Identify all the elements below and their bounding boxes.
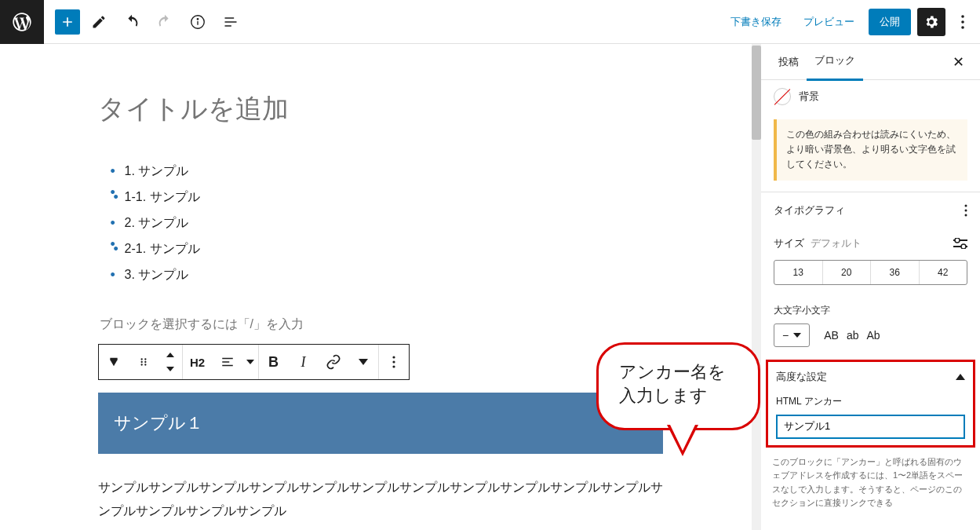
heading-block[interactable]: サンプル１ [98, 393, 663, 454]
kebab-icon [961, 15, 964, 29]
block-type-button[interactable] [99, 345, 129, 379]
case-option[interactable]: AB [824, 329, 839, 342]
align-button[interactable] [213, 345, 242, 379]
move-down-button[interactable] [158, 362, 182, 375]
html-anchor-input[interactable] [776, 415, 965, 439]
save-draft-button[interactable]: 下書き保存 [723, 9, 789, 35]
advanced-settings-panel: 高度な設定 HTML アンカー [766, 360, 975, 448]
sidebar-tabs: 投稿 ブロック ✕ [761, 44, 980, 80]
info-button[interactable] [184, 8, 212, 36]
drag-icon [138, 356, 149, 367]
wordpress-icon [11, 11, 33, 33]
block-placeholder[interactable]: ブロックを選択するには「/」を入力 [98, 316, 663, 333]
edit-mode-button[interactable] [85, 8, 113, 36]
size-option[interactable]: 13 [774, 261, 823, 284]
tab-block[interactable]: ブロック [807, 42, 863, 81]
drag-handle[interactable] [129, 345, 158, 379]
annotation-callout: アンカー名を入力します [596, 342, 760, 430]
callout-text: アンカー名を入力します [619, 362, 726, 405]
align-icon [220, 355, 235, 369]
svg-point-15 [965, 204, 967, 207]
svg-point-10 [140, 364, 142, 365]
callout-tail [667, 425, 698, 456]
svg-point-13 [392, 360, 395, 363]
undo-button[interactable] [118, 8, 146, 36]
outline-button[interactable] [217, 8, 245, 36]
wordpress-logo[interactable] [0, 0, 44, 44]
list-item[interactable]: 3. サンプル [125, 262, 663, 288]
case-option[interactable]: Ab [866, 329, 880, 342]
svg-point-9 [144, 361, 146, 363]
publish-button[interactable]: 公開 [869, 9, 911, 35]
case-dropdown[interactable]: − [774, 323, 810, 347]
svg-point-17 [965, 214, 967, 216]
format-dropdown[interactable] [348, 345, 378, 379]
list-block[interactable]: 1. サンプル 1-1. サンプル 2. サンプル 2-1. サンプル 3. サ… [98, 159, 663, 288]
size-default-label: デフォルト [811, 236, 862, 250]
svg-point-7 [144, 358, 146, 360]
list-view-icon [223, 14, 239, 30]
contrast-warning: この色の組み合わせは読みにくいため、より暗い背景色、より明るい文字色を試してくだ… [774, 119, 967, 181]
size-option[interactable]: 20 [823, 261, 872, 284]
size-label: サイズ [774, 236, 804, 250]
tab-post[interactable]: 投稿 [771, 44, 807, 80]
list-item[interactable]: 2-1. サンプル [125, 236, 663, 262]
heading-level-button[interactable]: H2 [183, 345, 213, 379]
editor-canvas[interactable]: タイトルを追加 1. サンプル 1-1. サンプル 2. サンプル 2-1. サ… [0, 44, 760, 530]
align-dropdown[interactable] [242, 356, 258, 368]
svg-point-8 [140, 361, 142, 363]
size-option[interactable]: 42 [920, 261, 967, 284]
settings-sidebar: 投稿 ブロック ✕ 背景 この色の組み合わせは読みにくいため、より暗い背景色、よ… [760, 44, 980, 530]
svg-point-11 [144, 364, 146, 365]
list-item[interactable]: 2. サンプル [125, 210, 663, 236]
more-options-button[interactable] [952, 8, 974, 36]
post-title-input[interactable]: タイトルを追加 [98, 91, 663, 127]
redo-button[interactable] [151, 8, 179, 36]
html-anchor-help: このブロックに「アンカー」と呼ばれる固有のウェブアドレスを作成するには、1〜2単… [761, 448, 980, 510]
chevron-down-icon [246, 360, 254, 364]
info-icon [189, 13, 206, 31]
gear-icon [924, 14, 939, 30]
scrollbar-thumb[interactable] [752, 46, 761, 140]
italic-button[interactable]: I [289, 345, 319, 379]
close-sidebar-button[interactable]: ✕ [946, 50, 971, 74]
top-toolbar: 下書き保存 プレビュー 公開 [0, 0, 980, 44]
advanced-header-label: 高度な設定 [776, 370, 827, 384]
add-block-button[interactable] [55, 9, 80, 35]
bold-button[interactable]: B [259, 345, 289, 379]
settings-button[interactable] [917, 8, 945, 36]
list-item[interactable]: 1-1. サンプル [125, 185, 663, 210]
list-item[interactable]: 1. サンプル [125, 159, 663, 185]
kebab-icon [964, 204, 967, 217]
size-custom-toggle[interactable] [953, 238, 967, 249]
background-color-row[interactable]: 背景 [761, 80, 980, 113]
kebab-icon [392, 356, 395, 368]
scrollbar-track[interactable] [752, 44, 761, 530]
move-up-button[interactable] [158, 349, 182, 362]
chevron-down-icon [793, 333, 801, 338]
no-color-swatch[interactable] [774, 88, 791, 105]
svg-point-5 [961, 26, 964, 29]
svg-point-21 [961, 244, 966, 249]
svg-point-4 [961, 20, 964, 24]
typography-section-header[interactable]: タイポグラフィ [761, 192, 980, 228]
pencil-icon [91, 14, 107, 30]
link-button[interactable] [319, 345, 348, 379]
case-option[interactable]: ab [847, 329, 859, 342]
html-anchor-label: HTML アンカー [776, 395, 965, 408]
svg-point-12 [392, 356, 395, 358]
block-toolbar: H2 B I [98, 344, 410, 380]
block-more-button[interactable] [379, 345, 409, 379]
paragraph-block[interactable]: サンプルサンプルサンプルサンプルサンプルサンプルサンプルサンプルサンプルサンプル… [98, 476, 663, 524]
size-option[interactable]: 36 [871, 261, 920, 284]
background-label: 背景 [799, 90, 819, 104]
advanced-toggle[interactable]: 高度な設定 [776, 370, 965, 384]
preview-button[interactable]: プレビュー [796, 9, 862, 35]
svg-point-6 [140, 358, 142, 360]
svg-point-3 [961, 15, 964, 18]
link-icon [326, 354, 341, 370]
lettercase-label: 大文字小文字 [774, 304, 967, 317]
sliders-icon [953, 238, 967, 249]
chevron-down-icon [166, 365, 174, 371]
svg-point-16 [965, 209, 967, 211]
